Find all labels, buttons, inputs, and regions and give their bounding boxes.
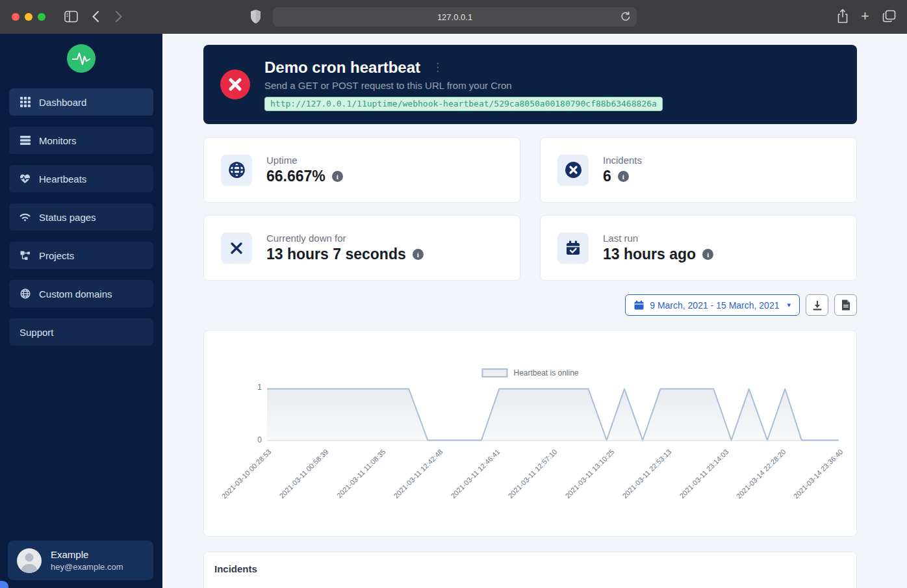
rows-icon [19, 136, 31, 145]
tab-overview-icon[interactable] [882, 10, 896, 23]
x-axis-label: 2021-03-11 12:57:10 [461, 448, 559, 545]
chart-plot: 102021-03-10 00:28:532021-03-11 00:58:39… [267, 388, 839, 441]
sidebar-item-heartbeats[interactable]: Heartbeats [9, 165, 153, 192]
stat-value: 6 [603, 168, 611, 185]
sidebar: Dashboard Monitors Heartbeats [0, 34, 162, 588]
address-bar[interactable]: 127.0.0.1 [273, 7, 637, 27]
browser-chrome: 127.0.0.1 + [0, 0, 907, 34]
x-axis-label: 2021-03-11 12:42:48 [347, 448, 444, 545]
pdf-file-icon [841, 300, 850, 311]
share-icon[interactable] [837, 8, 849, 24]
sidebar-item-label: Monitors [39, 135, 77, 146]
report-toolbar: 9 March, 2021 - 15 March, 2021 ▾ [203, 294, 857, 316]
sidebar-item-label: Projects [39, 250, 74, 261]
stat-card-incidents: Incidents 6 i [540, 137, 857, 203]
info-icon[interactable]: i [413, 249, 424, 260]
date-range-picker[interactable]: 9 March, 2021 - 15 March, 2021 ▾ [625, 294, 800, 316]
webhook-url[interactable]: http://127.0.0.1/11uptime/webhook-heartb… [264, 97, 663, 111]
stat-value: 66.667% [266, 168, 326, 185]
heart-pulse-icon [19, 173, 31, 184]
incidents-title: Incidents [214, 563, 846, 574]
stat-label: Incidents [603, 155, 642, 166]
window-controls [12, 13, 45, 21]
avatar [17, 548, 42, 573]
sidebar-item-projects[interactable]: Projects [9, 242, 153, 269]
chart-legend[interactable]: Heartbeat is online [481, 368, 578, 377]
sidebar-item-status-pages[interactable]: Status pages [9, 203, 153, 231]
y-axis-label: 1 [249, 383, 262, 392]
stat-card-currently-down: Currently down for 13 hours 7 seconds i [203, 215, 520, 281]
download-csv-button[interactable] [806, 294, 828, 316]
legend-swatch [481, 368, 507, 377]
sidebar-toggle-icon[interactable] [64, 10, 78, 23]
stat-card-last-run: Last run 13 hours ago i [540, 215, 857, 281]
stat-label: Last run [603, 233, 713, 244]
stat-label: Currently down for [266, 233, 424, 244]
incidents-card: Incidents [203, 552, 857, 588]
user-email: hey@example.com [51, 562, 123, 572]
globe-icon [221, 155, 252, 186]
stat-value: 13 hours ago [603, 246, 696, 263]
x-axis-label: 2021-03-10 00:28:53 [175, 448, 273, 545]
y-axis-label: 0 [249, 435, 262, 444]
x-axis-label: 2021-03-11 22:53:13 [576, 448, 673, 545]
page-title: Demo cron heartbeat [264, 58, 420, 77]
x-axis-label: 2021-03-11 23:14:03 [633, 448, 730, 545]
new-tab-icon[interactable]: + [861, 10, 869, 23]
kebab-menu-icon[interactable]: ⋮ [432, 60, 443, 74]
globe-icon [19, 288, 31, 299]
stat-card-uptime: Uptime 66.667% i [203, 137, 520, 203]
back-icon[interactable] [92, 10, 99, 23]
sidebar-item-custom-domains[interactable]: Custom domains [9, 280, 153, 307]
status-down-icon [220, 70, 250, 99]
sidebar-item-label: Dashboard [39, 97, 86, 108]
x-mark-icon [221, 233, 252, 264]
grid-icon [19, 97, 31, 107]
url-text: 127.0.0.1 [437, 12, 472, 22]
heartbeat-chart-card: Heartbeat is online 102021-03-10 00:28:5… [203, 330, 857, 537]
x-axis-label: 2021-03-11 13:10:25 [518, 448, 616, 545]
zoom-window-button[interactable] [38, 13, 45, 21]
sidebar-item-label: Support [19, 327, 54, 338]
sitemap-icon [19, 250, 31, 261]
user-name: Example [51, 549, 123, 560]
app-logo [67, 44, 96, 73]
sidebar-item-monitors[interactable]: Monitors [9, 127, 153, 154]
close-window-button[interactable] [12, 13, 19, 21]
stat-label: Uptime [266, 155, 343, 166]
stat-value: 13 hours 7 seconds [266, 246, 406, 263]
x-axis-label: 2021-03-14 22:28:20 [690, 448, 787, 545]
minimize-window-button[interactable] [25, 13, 32, 21]
calendar-icon [634, 300, 644, 310]
sidebar-item-label: Heartbeats [39, 173, 86, 185]
sidebar-item-label: Custom domains [39, 288, 112, 300]
chevron-down-icon: ▾ [787, 301, 791, 309]
x-axis-label: 2021-03-11 00:58:39 [233, 448, 330, 545]
sidebar-item-dashboard[interactable]: Dashboard [9, 88, 153, 116]
stats-grid: Uptime 66.667% i Incidents [203, 137, 857, 281]
x-axis-label: 2021-03-11 12:46:41 [404, 448, 502, 545]
date-range-label: 9 March, 2021 - 15 March, 2021 [650, 300, 779, 311]
x-circle-icon [557, 155, 589, 186]
download-icon [812, 300, 823, 311]
sidebar-item-support[interactable]: Support [9, 318, 153, 346]
user-menu[interactable]: Example hey@example.com [8, 541, 153, 580]
x-axis-label: 2021-03-14 23:36:40 [747, 448, 845, 545]
header-subtitle: Send a GET or POST request to this URL f… [264, 80, 663, 91]
sidebar-item-label: Status pages [39, 212, 96, 223]
legend-label: Heartbeat is online [513, 368, 578, 377]
info-icon[interactable]: i [332, 171, 343, 182]
info-icon[interactable]: i [618, 171, 629, 182]
chart-area [267, 389, 839, 441]
calendar-check-icon [557, 233, 589, 264]
reload-icon[interactable] [620, 11, 631, 22]
export-pdf-button[interactable] [834, 294, 857, 316]
privacy-shield-icon[interactable] [250, 9, 261, 24]
x-axis-label: 2021-03-11 11:08:35 [290, 448, 387, 545]
wifi-icon [19, 212, 31, 222]
main-area: Demo cron heartbeat ⋮ Send a GET or POST… [162, 34, 907, 588]
forward-icon[interactable] [115, 10, 123, 23]
sidebar-nav: Dashboard Monitors Heartbeats [0, 88, 162, 346]
info-icon[interactable]: i [702, 249, 713, 260]
heartbeat-header-card: Demo cron heartbeat ⋮ Send a GET or POST… [203, 45, 857, 124]
